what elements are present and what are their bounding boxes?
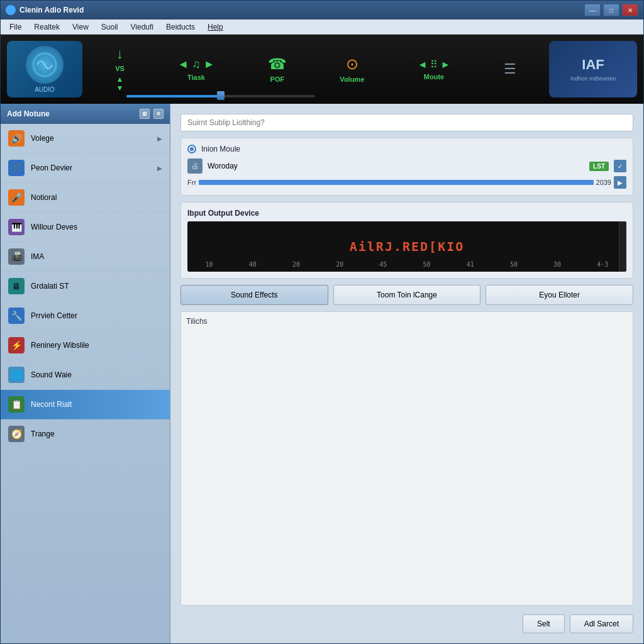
vs-label: VS xyxy=(115,65,125,72)
toolbar-volume-section: ⊙ Volume xyxy=(340,55,364,83)
title-bar: Clenin Adio Revid — □ ✕ xyxy=(1,1,643,19)
menu-realtek[interactable]: Realtek xyxy=(28,21,66,33)
vs-down-icon[interactable]: ↓ xyxy=(116,46,123,62)
toolbar-eq-section: ☰ xyxy=(504,61,516,77)
sidebar-close-button[interactable]: ✕ xyxy=(153,109,164,119)
sound-effects-button[interactable]: Sound Effects xyxy=(180,285,328,305)
toolbar: AUDIO ↓ VS ▲▼ ◄ ♫ ► Tiask ☎ POF ⊙ Volume xyxy=(1,35,643,104)
sidebar-item-label-notioral: Notioral xyxy=(31,193,162,202)
toolbar-tiask-section: ◄ ♫ ► Tiask xyxy=(177,58,214,81)
sidebar-item-label-ima: IMA xyxy=(31,252,162,261)
reninery-wibslile-icon: ⚡ xyxy=(8,337,25,353)
sidebar-item-label-volege: Volege xyxy=(31,134,151,143)
toolbar-right-label: Indhon IniBeveten xyxy=(570,75,616,82)
tiask-label: Tiask xyxy=(187,74,205,81)
sidebar-title: Add Notune xyxy=(7,109,50,118)
sidebar-item-trange[interactable]: 🧭 Trange xyxy=(1,419,170,449)
sidebar-item-ima[interactable]: 📠 IMA xyxy=(1,242,170,272)
sidebar-items-list: 🔊 Volege ▶ 🎵 Peon Devier ▶ 🎤 Notioral 🎹 … xyxy=(1,124,170,643)
eyou-elloter-button[interactable]: Eyou Elloter xyxy=(486,285,633,305)
sidebar-item-sound-waie[interactable]: 🌐 Sound Waie xyxy=(1,360,170,390)
moute-icon[interactable]: ◄ ⠿ ► xyxy=(418,58,451,70)
peon-devier-icon: 🎵 xyxy=(8,160,25,176)
title-bar-icon xyxy=(6,5,16,15)
moute-label: Moute xyxy=(424,73,444,80)
sidebar-item-necont-rialt[interactable]: 📋 Necont Rialt xyxy=(1,390,170,419)
output-scrollbar[interactable] xyxy=(619,221,626,272)
menu-bar: File Realtek View Suoil Viedufi Beiducts… xyxy=(1,19,643,35)
sidebar-item-label-willour-deves: Willour Deves xyxy=(31,223,162,231)
freq-arrow-button[interactable]: ▶ xyxy=(614,176,626,189)
sidebar-item-notioral[interactable]: 🎤 Notioral xyxy=(1,183,170,213)
sidebar-item-willour-deves[interactable]: 🎹 Willour Deves xyxy=(1,213,170,242)
grdalati-st-icon: 🖥 xyxy=(8,278,25,294)
freq-label: Frr xyxy=(187,179,196,186)
eq-icon[interactable]: ☰ xyxy=(504,61,516,77)
output-device-section: Ibput Output Device AilRJ.RED[KIO 104020… xyxy=(180,202,633,279)
notioral-icon: 🎤 xyxy=(8,189,25,206)
selt-button[interactable]: Selt xyxy=(523,614,565,633)
minimize-button[interactable]: — xyxy=(584,4,601,16)
slider-fill xyxy=(126,95,221,97)
search-input[interactable] xyxy=(180,114,633,131)
vs-up-icon[interactable]: ▲▼ xyxy=(116,75,124,92)
action-buttons-row: Sound Effects Toom Toin lCange Eyou Ello… xyxy=(180,285,633,305)
slider-thumb[interactable] xyxy=(217,91,225,100)
radio-dot xyxy=(190,147,194,151)
toolbar-right-logo: IAF xyxy=(582,57,604,73)
peon-devier-arrow-icon: ▶ xyxy=(157,165,162,172)
window-title: Clenin Adio Revid xyxy=(19,6,584,14)
toom-toin-button[interactable]: Toom Toin lCange xyxy=(333,285,481,305)
volege-icon: 🔊 xyxy=(8,130,25,147)
device-section: Inion Moule 🖨 Woroday LST ✓ Frr 2039 ▶ xyxy=(180,138,633,196)
necont-rialt-icon: 📋 xyxy=(8,396,25,413)
sidebar-header-controls: ⊞ ✕ xyxy=(140,109,164,119)
pof-icon[interactable]: ☎ xyxy=(268,55,287,73)
radio-button[interactable] xyxy=(187,145,196,153)
toolbar-right-logo-panel: IAF Indhon IniBeveten xyxy=(549,41,637,97)
volume-icon[interactable]: ⊙ xyxy=(346,55,358,73)
menu-file[interactable]: File xyxy=(3,21,28,33)
main-window: Clenin Adio Revid — □ ✕ File Realtek Vie… xyxy=(0,0,644,644)
toolbar-controls: ↓ VS ▲▼ ◄ ♫ ► Tiask ☎ POF ⊙ Volume ◄ ⠿ ►… xyxy=(89,41,543,97)
main-area: Add Notune ⊞ ✕ 🔊 Volege ▶ 🎵 Peon Devier … xyxy=(1,104,643,643)
sidebar-item-reninery-wibslile[interactable]: ⚡ Reninery Wibslile xyxy=(1,331,170,360)
sidebar-item-label-necont-rialt: Necont Rialt xyxy=(31,400,162,409)
logo-circle xyxy=(26,46,64,84)
close-button[interactable]: ✕ xyxy=(622,4,638,16)
menu-viedufi[interactable]: Viedufi xyxy=(125,21,160,33)
sidebar-item-label-prrvieh-cetter: Prrvieh Cetter xyxy=(31,311,162,320)
device-arrow-button[interactable]: ✓ xyxy=(614,160,626,172)
sidebar-grid-button[interactable]: ⊞ xyxy=(140,109,150,119)
sidebar-item-volege[interactable]: 🔊 Volege ▶ xyxy=(1,124,170,153)
output-scale: 10402020 45504150 304·3 xyxy=(187,261,626,268)
menu-beiducts[interactable]: Beiducts xyxy=(160,21,201,33)
sidebar-item-prrvieh-cetter[interactable]: 🔧 Prrvieh Cetter xyxy=(1,301,170,331)
toolbar-vs-section: ↓ VS ▲▼ xyxy=(115,46,125,92)
ima-icon: 📠 xyxy=(8,248,25,265)
tiask-icon[interactable]: ◄ ♫ ► xyxy=(177,58,214,71)
freq-row: Frr 2039 ▶ xyxy=(187,176,626,189)
sidebar-item-label-grdalati-st: Grdalati ST xyxy=(31,282,162,291)
tilichs-label: Tilichs xyxy=(186,317,628,326)
menu-view[interactable]: View xyxy=(66,21,95,33)
prrvieh-cetter-icon: 🔧 xyxy=(8,308,25,324)
sidebar-item-label-peon-devier: Peon Devier xyxy=(31,164,151,172)
trange-icon: 🧭 xyxy=(8,426,25,442)
content-panel: Inion Moule 🖨 Woroday LST ✓ Frr 2039 ▶ I… xyxy=(170,104,643,643)
menu-suoil[interactable]: Suoil xyxy=(95,21,125,33)
title-bar-controls: — □ ✕ xyxy=(584,4,638,16)
sidebar-item-grdalati-st[interactable]: 🖥 Grdalati ST xyxy=(1,272,170,301)
toolbar-logo: AUDIO xyxy=(7,41,82,97)
sidebar-header: Add Notune ⊞ ✕ xyxy=(1,104,170,124)
maximize-button[interactable]: □ xyxy=(603,4,619,16)
toolbar-slider[interactable] xyxy=(126,95,315,97)
output-display: AilRJ.RED[KIO 10402020 45504150 304·3 xyxy=(187,221,626,272)
menu-help[interactable]: Help xyxy=(201,21,230,33)
willour-deves-icon: 🎹 xyxy=(8,219,25,235)
sidebar-item-label-trange: Trange xyxy=(31,430,162,438)
output-display-text: AilRJ.RED[KIO xyxy=(350,239,465,254)
sidebar-item-peon-devier[interactable]: 🎵 Peon Devier ▶ xyxy=(1,153,170,183)
adl-sarcet-button[interactable]: Adl Sarcet xyxy=(570,614,633,633)
device-row: 🖨 Woroday LST ✓ xyxy=(187,158,626,174)
